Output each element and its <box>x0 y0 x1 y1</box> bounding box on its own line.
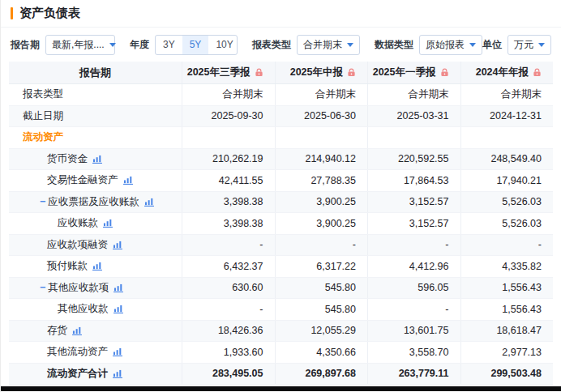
value-cell <box>461 127 554 148</box>
bar-chart-icon[interactable] <box>113 347 122 356</box>
table-header-row: 报告期 2025年三季报2025年中报2025年一季报2024年年报 <box>9 62 553 84</box>
bar-chart-icon[interactable] <box>144 198 154 207</box>
bar-chart-icon[interactable] <box>113 305 123 313</box>
title-accent-bar <box>11 7 13 19</box>
value-cell <box>182 127 276 148</box>
value-cell: 2,977.13 <box>461 342 554 363</box>
value-cell: 4,412.96 <box>368 256 461 277</box>
unit-value: 万元 <box>514 38 533 52</box>
bar-chart-icon[interactable] <box>113 369 122 378</box>
report-period-dropdown[interactable]: 最新,年报.... <box>45 35 115 55</box>
data-type-value: 原始报表 <box>426 38 465 52</box>
table-row: 货币资金210,262.19214,940.12220,592.55248,54… <box>9 149 553 171</box>
value-cell: - <box>276 235 369 256</box>
value-cell: 283,495.05 <box>182 364 276 385</box>
collapse-minus-icon[interactable]: − <box>40 282 45 293</box>
row-label-cell: 流动资产 <box>9 127 182 148</box>
value-cell: 13,601.75 <box>368 321 461 342</box>
lock-icon[interactable] <box>255 68 263 77</box>
value-cell: 2025-06-30 <box>276 106 369 127</box>
row-label-cell: 其他应收款 <box>9 299 182 320</box>
row-label-cell: 应收款项融资 <box>9 235 182 256</box>
balance-sheet-panel: 资产负债表 报告期 最新,年报.... 年度 3Y 5Y 10Y 起始 至 结束… <box>0 0 561 392</box>
bar-chart-icon[interactable] <box>92 262 102 271</box>
value-cell: - <box>182 299 276 320</box>
lock-icon[interactable] <box>533 68 542 77</box>
row-label: 货币资金 <box>47 152 88 166</box>
year-option-10y[interactable]: 10Y <box>208 36 238 54</box>
value-cell: 2024-12-31 <box>461 106 554 127</box>
value-cell: 1,556.43 <box>461 278 554 299</box>
value-cell: 220,592.55 <box>368 149 461 170</box>
bar-chart-icon[interactable] <box>72 326 82 335</box>
value-cell: 630.60 <box>182 278 276 299</box>
row-label: 存货 <box>47 324 67 338</box>
value-cell: 合并期末 <box>461 84 554 105</box>
table-row: 流动资产 <box>9 127 553 149</box>
table-row: 应收账款3,398.383,900.253,152.575,526.03 <box>9 213 553 235</box>
value-cell: - <box>182 235 276 256</box>
data-type-dropdown[interactable]: 原始报表 <box>419 35 482 55</box>
bar-chart-icon[interactable] <box>113 241 122 249</box>
unit-dropdown[interactable]: 万元 <box>507 35 551 55</box>
lock-icon[interactable] <box>347 68 356 77</box>
table-row: 存货18,426.3612,055.2913,601.7518,618.47 <box>9 321 553 343</box>
row-label: 应收款项融资 <box>47 238 108 252</box>
row-label-cell: −应收票据及应收账款 <box>9 192 182 213</box>
row-label-cell: 交易性金融资产 <box>9 170 182 191</box>
year-range-label: 年度 <box>130 38 149 52</box>
table-row: 其他流动资产1,933.604,350.663,558.702,977.13 <box>9 342 553 364</box>
balance-sheet-table: 报告期 2025年三季报2025年中报2025年一季报2024年年报 报表类型合… <box>1 62 561 385</box>
value-cell: 5,526.03 <box>461 213 554 234</box>
year-option-3y[interactable]: 3Y <box>156 36 182 54</box>
value-cell: 6,317.22 <box>276 256 369 277</box>
value-cell: 4,335.82 <box>461 256 554 277</box>
row-label-cell: 货币资金 <box>9 149 182 170</box>
value-cell: 3,900.25 <box>276 192 369 213</box>
value-cell: 2025-03-31 <box>368 106 461 127</box>
row-label: 其他流动资产 <box>47 345 108 359</box>
row-label-cell: 存货 <box>9 321 182 342</box>
table-row: 报表类型合并期末合并期末合并期末合并期末 <box>9 84 553 106</box>
value-cell: 263,779.11 <box>368 364 461 385</box>
value-cell <box>368 127 461 148</box>
lock-icon[interactable] <box>440 68 449 77</box>
bar-chart-icon[interactable] <box>113 283 123 292</box>
report-type-dropdown[interactable]: 合并期末 <box>297 35 360 55</box>
value-cell: - <box>368 235 461 256</box>
row-label-cell: 预付账款 <box>9 256 182 277</box>
bottom-edge-bar <box>1 386 561 391</box>
value-cell: 27,788.35 <box>276 170 369 191</box>
value-cell: 合并期末 <box>368 84 461 105</box>
value-cell: 545.80 <box>276 278 369 299</box>
value-cell: 214,940.12 <box>276 149 369 170</box>
table-row: 截止日期2025-09-302025-06-302025-03-312024-1… <box>9 106 553 128</box>
chevron-down-icon <box>469 43 476 47</box>
bar-chart-icon[interactable] <box>92 155 102 164</box>
header-column-label: 2025年三季报 <box>187 66 251 79</box>
value-cell: 1,933.60 <box>182 342 276 363</box>
value-cell: 248,549.40 <box>461 149 554 170</box>
value-cell: 545.80 <box>276 299 369 320</box>
header-column-label: 2025年中报 <box>290 66 343 79</box>
report-type-value: 合并期末 <box>303 38 342 52</box>
value-cell: 3,398.38 <box>182 192 276 213</box>
value-cell: 18,618.47 <box>461 321 554 342</box>
chevron-down-icon <box>109 43 116 47</box>
table-row: 交易性金融资产42,411.5527,788.3517,864.5317,940… <box>9 170 553 192</box>
value-cell: 3,558.70 <box>368 342 461 363</box>
bar-chart-icon[interactable] <box>103 219 113 228</box>
row-label-cell: 应收账款 <box>9 213 182 234</box>
row-label: 其他应收款 <box>58 302 109 316</box>
value-cell: 3,152.57 <box>368 213 461 234</box>
value-cell: 17,864.53 <box>368 170 461 191</box>
header-report-period: 报告期 <box>9 62 182 83</box>
table-row: 其他应收款-545.80-1,556.43 <box>9 299 553 321</box>
row-label-cell: 报表类型 <box>9 84 182 105</box>
year-option-5y[interactable]: 5Y <box>182 36 209 54</box>
table-row: 预付账款6,432.376,317.224,412.964,335.82 <box>9 256 553 278</box>
value-cell: 17,940.21 <box>461 170 554 191</box>
collapse-minus-icon[interactable]: − <box>40 196 45 207</box>
bar-chart-icon[interactable] <box>123 176 133 185</box>
data-type-label: 数据类型 <box>375 38 413 52</box>
